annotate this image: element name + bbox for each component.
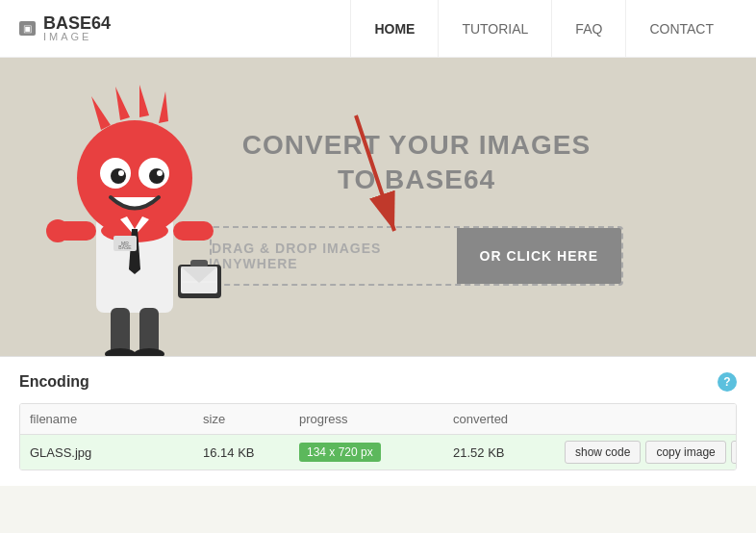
nav-home[interactable]: HOME <box>350 0 438 58</box>
logo-base64: BASE64 <box>43 14 111 32</box>
svg-text:BASE: BASE <box>118 244 132 250</box>
table-row: GLASS.jpg 16.14 KB 134 x 720 px 21.52 KB… <box>20 435 736 470</box>
nav: HOME TUTORIAL FAQ CONTACT <box>350 0 737 58</box>
svg-point-17 <box>46 219 69 242</box>
hero-section: MR BASE CONVERT YOUR IMAGES TO BASE64 DR… <box>0 58 756 356</box>
svg-marker-2 <box>91 96 111 130</box>
col-progress: progress <box>290 404 443 434</box>
svg-point-1 <box>77 120 192 236</box>
svg-rect-19 <box>190 260 208 267</box>
click-here-button[interactable]: OR CLICK HERE <box>457 228 621 284</box>
svg-point-11 <box>157 170 163 176</box>
col-size: size <box>193 404 290 434</box>
logo-image: IMAGE <box>43 32 111 42</box>
logo-text: BASE64 IMAGE <box>43 14 111 42</box>
svg-point-10 <box>118 170 124 176</box>
cell-progress: 134 x 720 px <box>290 435 443 470</box>
encoding-section: Encoding ? filename size progress conver… <box>0 356 756 486</box>
col-filename: filename <box>20 404 193 434</box>
logo-icon: ▣ <box>19 21 36 36</box>
nav-tutorial[interactable]: TUTORIAL <box>438 0 551 58</box>
encoding-title: Encoding <box>19 373 89 391</box>
cell-filename: GLASS.jpg <box>20 438 193 468</box>
svg-marker-5 <box>159 91 168 123</box>
svg-point-25 <box>105 348 136 356</box>
svg-point-8 <box>111 168 126 184</box>
encoding-table: filename size progress converted GLASS.j… <box>19 403 737 470</box>
encoding-header: Encoding ? <box>19 372 737 392</box>
copy-image-button[interactable]: copy image <box>645 441 725 464</box>
svg-marker-3 <box>115 87 130 120</box>
svg-point-9 <box>149 168 164 184</box>
col-actions <box>559 404 736 434</box>
progress-bar: 134 x 720 px <box>299 443 381 462</box>
cell-size: 16.14 KB <box>193 438 290 468</box>
arrow-illustration <box>279 106 471 260</box>
svg-point-26 <box>134 348 164 356</box>
svg-line-31 <box>356 115 394 231</box>
nav-faq[interactable]: FAQ <box>551 0 625 58</box>
mascot-illustration: MR BASE <box>29 77 240 356</box>
cell-converted: 21.52 KB <box>443 438 559 468</box>
header: ▣ BASE64 IMAGE HOME TUTORIAL FAQ CONTACT <box>0 0 756 58</box>
svg-marker-4 <box>139 85 149 117</box>
table-header: filename size progress converted <box>20 404 736 435</box>
svg-rect-16 <box>173 221 214 241</box>
help-icon[interactable]: ? <box>718 372 737 392</box>
action-buttons: show code copy image copy css <box>559 435 737 470</box>
show-code-button[interactable]: show code <box>565 441 641 464</box>
logo: ▣ BASE64 IMAGE <box>19 14 111 42</box>
copy-css-button[interactable]: copy css <box>731 441 737 464</box>
col-converted: converted <box>443 404 559 434</box>
nav-contact[interactable]: CONTACT <box>625 0 737 58</box>
